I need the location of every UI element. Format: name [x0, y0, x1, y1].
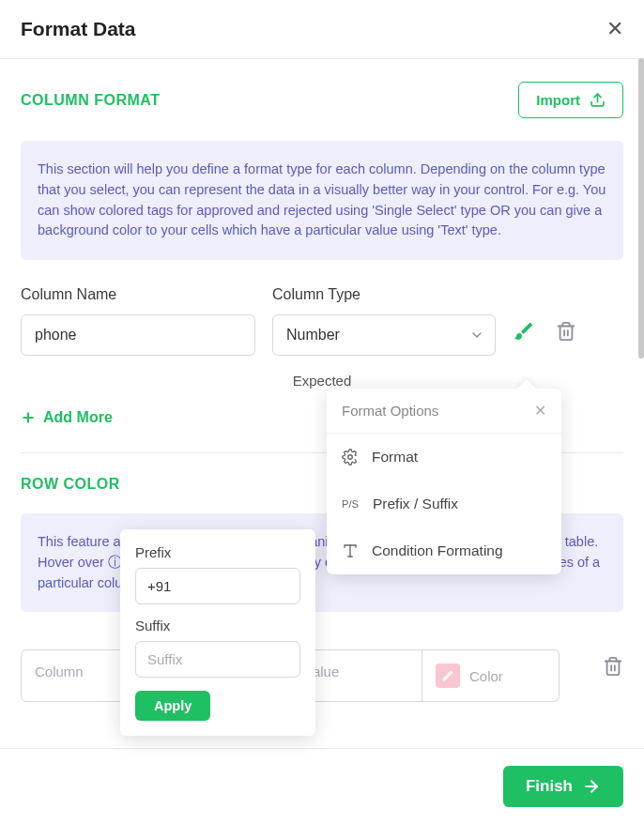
column-type-select[interactable]: Number [272, 314, 496, 356]
apply-button[interactable]: Apply [135, 691, 210, 721]
column-format-info: This section will help you define a form… [21, 141, 623, 260]
column-format-head: COLUMN FORMAT Import [21, 82, 623, 118]
color-swatch [436, 664, 460, 688]
prefix-suffix-icon: P/S [342, 496, 360, 512]
scrollbar-thumb[interactable] [638, 58, 644, 359]
suffix-label: Suffix [135, 618, 300, 633]
column-name-input[interactable] [21, 314, 255, 356]
add-more-label: Add More [43, 409, 113, 426]
format-option-condition-label: Condition Formating [372, 542, 503, 559]
svg-point-8 [348, 455, 353, 460]
delete-icon[interactable] [556, 321, 576, 342]
row-color-label: Color [469, 668, 503, 684]
row-delete-icon[interactable] [603, 656, 623, 677]
import-label: Import [536, 92, 580, 108]
column-name-group: Column Name [21, 286, 255, 356]
format-option-prefix-suffix-label: Prefix / Suffix [373, 496, 458, 512]
finish-label: Finish [526, 777, 573, 796]
suffix-input[interactable] [135, 641, 300, 678]
type-icon [342, 542, 359, 559]
import-button[interactable]: Import [518, 82, 623, 118]
row-color-input[interactable]: Color [422, 649, 560, 702]
format-option-format-label: Format [372, 449, 418, 465]
prefix-suffix-popover: Prefix Suffix Apply [120, 529, 315, 736]
column-name-label: Column Name [21, 286, 255, 303]
column-type-select-wrap: Number [272, 314, 496, 356]
column-type-label: Column Type [272, 286, 496, 303]
format-options-title: Format Options [342, 403, 438, 419]
format-option-format[interactable]: Format [327, 434, 561, 481]
column-type-group: Column Type Number [272, 286, 496, 356]
format-option-prefix-suffix[interactable]: P/S Prefix / Suffix [327, 481, 561, 527]
gear-icon [342, 449, 359, 465]
paint-icon[interactable] [513, 320, 535, 343]
upload-icon [590, 92, 606, 108]
footer: Finish [0, 748, 644, 824]
popover-close-icon[interactable]: ✕ [534, 402, 546, 420]
panel-header: Format Data ✕ [0, 0, 644, 58]
page-title: Format Data [21, 18, 136, 40]
prefix-label: Prefix [135, 544, 300, 560]
close-icon[interactable]: ✕ [606, 17, 623, 41]
column-format-title: COLUMN FORMAT [21, 92, 160, 109]
scrollbar[interactable] [638, 58, 644, 824]
format-option-condition[interactable]: Condition Formating [327, 527, 561, 574]
svg-text:P/S: P/S [342, 498, 359, 510]
prefix-input[interactable] [135, 568, 300, 604]
finish-button[interactable]: Finish [503, 766, 623, 807]
column-row: Column Name Column Type Number [21, 286, 623, 356]
arrow-right-icon [582, 777, 601, 796]
format-options-popover: Format Options ✕ Format P/S Prefix / Suf… [327, 389, 561, 574]
plus-icon [21, 410, 36, 425]
